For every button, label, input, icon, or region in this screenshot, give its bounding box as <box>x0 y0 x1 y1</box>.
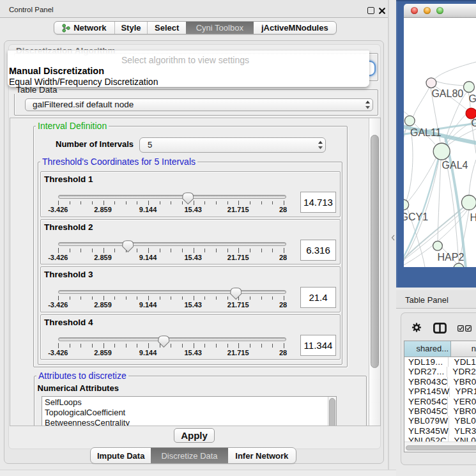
svg-text:GA: GA <box>468 93 476 104</box>
svg-text:GAL4: GAL4 <box>442 160 468 171</box>
svg-text:HAP2: HAP2 <box>438 252 464 263</box>
svg-text:C: C <box>472 118 476 128</box>
svg-text:GAL11: GAL11 <box>410 127 441 138</box>
svg-text:GCY1: GCY1 <box>404 211 428 222</box>
svg-text:H: H <box>470 212 476 223</box>
svg-text:GAL80: GAL80 <box>431 88 463 99</box>
